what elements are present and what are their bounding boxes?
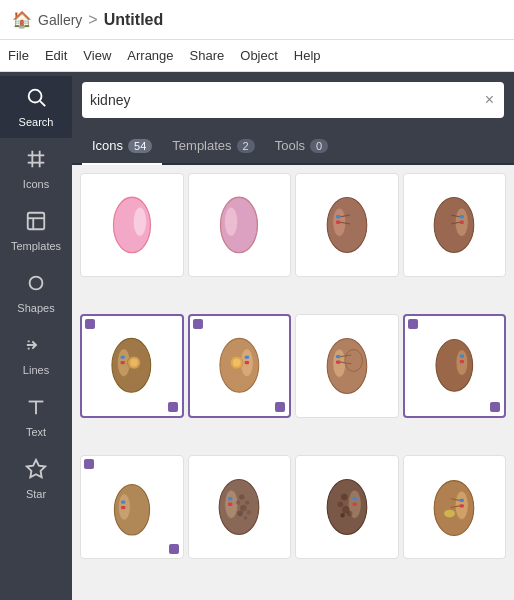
list-item[interactable] <box>403 314 507 418</box>
sidebar-item-templates[interactable]: Templates <box>0 200 72 262</box>
svg-rect-36 <box>121 361 125 364</box>
sidebar-star-label: Star <box>26 488 46 500</box>
tab-tools[interactable]: Tools 0 <box>265 128 338 163</box>
sidebar-search-label: Search <box>19 116 54 128</box>
svg-point-63 <box>247 510 251 514</box>
clear-search-button[interactable]: × <box>483 91 496 109</box>
tab-templates-label: Templates <box>172 138 231 153</box>
sidebar-text-label: Text <box>26 426 46 438</box>
sidebar-item-search[interactable]: Search <box>0 76 72 138</box>
icons-grid <box>72 165 514 600</box>
search-icon <box>25 86 47 113</box>
tab-templates-badge: 2 <box>237 139 255 153</box>
list-item[interactable] <box>80 314 184 418</box>
svg-rect-28 <box>460 220 464 223</box>
menu-edit[interactable]: Edit <box>45 48 67 63</box>
svg-point-74 <box>340 513 344 517</box>
svg-rect-35 <box>121 356 125 359</box>
menu-help[interactable]: Help <box>294 48 321 63</box>
svg-rect-41 <box>245 356 249 359</box>
search-input[interactable] <box>90 92 483 108</box>
svg-point-16 <box>133 207 146 236</box>
svg-point-64 <box>238 511 243 516</box>
menu-view[interactable]: View <box>83 48 111 63</box>
svg-rect-27 <box>460 215 464 218</box>
menu-file[interactable]: File <box>8 48 29 63</box>
svg-rect-6 <box>28 213 45 230</box>
svg-point-61 <box>245 500 249 504</box>
tab-icons-label: Icons <box>92 138 123 153</box>
svg-rect-57 <box>121 506 125 509</box>
menu-share[interactable]: Share <box>190 48 225 63</box>
svg-rect-80 <box>460 499 464 502</box>
list-item[interactable] <box>188 455 292 559</box>
lines-icon <box>25 334 47 361</box>
home-icon[interactable]: 🏠 <box>12 10 32 29</box>
list-item[interactable] <box>403 455 507 559</box>
search-input-wrapper: × <box>82 82 504 118</box>
templates-icon <box>25 210 47 237</box>
svg-rect-21 <box>336 215 340 218</box>
sidebar-icons-label: Icons <box>23 178 49 190</box>
search-area: × <box>72 72 514 128</box>
svg-rect-56 <box>121 500 125 503</box>
menu-arrange[interactable]: Arrange <box>127 48 173 63</box>
svg-rect-76 <box>352 497 356 500</box>
svg-point-0 <box>29 90 42 103</box>
svg-line-1 <box>40 101 45 106</box>
title-bar: 🏠 Gallery > Untitled <box>0 0 514 40</box>
svg-rect-67 <box>228 497 232 500</box>
sidebar-item-star[interactable]: Star <box>0 448 72 510</box>
svg-rect-42 <box>245 361 249 364</box>
sidebar-shapes-label: Shapes <box>17 302 54 314</box>
svg-rect-22 <box>336 220 340 223</box>
tabs-bar: Icons 54 Templates 2 Tools 0 <box>72 128 514 165</box>
list-item[interactable] <box>188 173 292 277</box>
svg-marker-14 <box>27 460 45 477</box>
svg-point-34 <box>131 359 139 367</box>
star-icon <box>25 458 47 485</box>
main-layout: Search Icons Templates <box>0 72 514 600</box>
svg-point-18 <box>225 207 238 236</box>
list-item[interactable] <box>80 455 184 559</box>
tab-icons[interactable]: Icons 54 <box>82 128 162 165</box>
list-item[interactable] <box>80 173 184 277</box>
svg-rect-52 <box>460 355 464 358</box>
svg-point-71 <box>341 494 348 501</box>
sidebar-lines-label: Lines <box>23 364 49 376</box>
svg-point-75 <box>347 511 352 516</box>
list-item[interactable] <box>403 173 507 277</box>
svg-point-65 <box>244 516 247 519</box>
svg-rect-77 <box>352 502 356 505</box>
shapes-icon <box>25 272 47 299</box>
text-icon <box>25 396 47 423</box>
list-item[interactable] <box>295 314 399 418</box>
sidebar-item-lines[interactable]: Lines <box>0 324 72 386</box>
gallery-link[interactable]: Gallery <box>38 12 82 28</box>
svg-rect-45 <box>336 355 340 358</box>
menu-object[interactable]: Object <box>240 48 278 63</box>
svg-point-9 <box>30 277 43 290</box>
sidebar-templates-label: Templates <box>11 240 61 252</box>
svg-rect-53 <box>460 360 464 363</box>
svg-rect-81 <box>460 504 464 507</box>
sidebar-item-shapes[interactable]: Shapes <box>0 262 72 324</box>
tab-tools-badge: 0 <box>310 139 328 153</box>
svg-point-72 <box>337 501 342 506</box>
svg-point-66 <box>236 500 240 504</box>
tab-tools-label: Tools <box>275 138 305 153</box>
right-panel: × Icons 54 Templates 2 Tools 0 <box>72 72 514 600</box>
sidebar-item-icons[interactable]: Icons <box>0 138 72 200</box>
icons-icon <box>25 148 47 175</box>
svg-point-60 <box>239 494 244 499</box>
sidebar: Search Icons Templates <box>0 72 72 600</box>
svg-point-62 <box>240 505 247 512</box>
list-item[interactable] <box>295 173 399 277</box>
list-item[interactable] <box>295 455 399 559</box>
page-title: Untitled <box>104 11 164 29</box>
list-item[interactable] <box>188 314 292 418</box>
tab-templates[interactable]: Templates 2 <box>162 128 264 163</box>
sidebar-item-text[interactable]: Text <box>0 386 72 448</box>
breadcrumb-separator: > <box>88 11 97 29</box>
svg-rect-46 <box>336 360 340 363</box>
